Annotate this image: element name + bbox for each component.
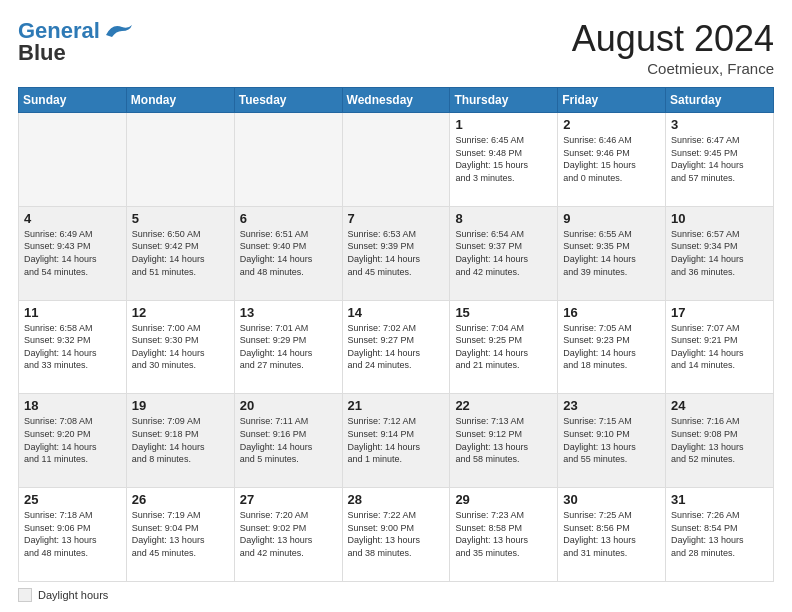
day-number: 5 bbox=[132, 211, 229, 226]
day-number: 28 bbox=[348, 492, 445, 507]
day-info: Sunrise: 7:26 AM Sunset: 8:54 PM Dayligh… bbox=[671, 509, 768, 559]
day-info: Sunrise: 7:15 AM Sunset: 9:10 PM Dayligh… bbox=[563, 415, 660, 465]
day-number: 31 bbox=[671, 492, 768, 507]
day-header-sunday: Sunday bbox=[19, 88, 127, 113]
calendar-cell: 20Sunrise: 7:11 AM Sunset: 9:16 PM Dayli… bbox=[234, 394, 342, 488]
calendar-cell: 31Sunrise: 7:26 AM Sunset: 8:54 PM Dayli… bbox=[666, 488, 774, 582]
calendar-cell: 2Sunrise: 6:46 AM Sunset: 9:46 PM Daylig… bbox=[558, 113, 666, 207]
day-info: Sunrise: 7:25 AM Sunset: 8:56 PM Dayligh… bbox=[563, 509, 660, 559]
day-number: 4 bbox=[24, 211, 121, 226]
calendar-cell: 19Sunrise: 7:09 AM Sunset: 9:18 PM Dayli… bbox=[126, 394, 234, 488]
day-number: 16 bbox=[563, 305, 660, 320]
calendar-cell: 29Sunrise: 7:23 AM Sunset: 8:58 PM Dayli… bbox=[450, 488, 558, 582]
day-info: Sunrise: 7:00 AM Sunset: 9:30 PM Dayligh… bbox=[132, 322, 229, 372]
calendar-cell: 26Sunrise: 7:19 AM Sunset: 9:04 PM Dayli… bbox=[126, 488, 234, 582]
calendar-cell: 25Sunrise: 7:18 AM Sunset: 9:06 PM Dayli… bbox=[19, 488, 127, 582]
day-number: 3 bbox=[671, 117, 768, 132]
day-info: Sunrise: 7:02 AM Sunset: 9:27 PM Dayligh… bbox=[348, 322, 445, 372]
calendar-cell: 6Sunrise: 6:51 AM Sunset: 9:40 PM Daylig… bbox=[234, 206, 342, 300]
calendar-cell: 11Sunrise: 6:58 AM Sunset: 9:32 PM Dayli… bbox=[19, 300, 127, 394]
calendar-week-row: 11Sunrise: 6:58 AM Sunset: 9:32 PM Dayli… bbox=[19, 300, 774, 394]
day-header-saturday: Saturday bbox=[666, 88, 774, 113]
calendar-cell: 24Sunrise: 7:16 AM Sunset: 9:08 PM Dayli… bbox=[666, 394, 774, 488]
day-info: Sunrise: 7:20 AM Sunset: 9:02 PM Dayligh… bbox=[240, 509, 337, 559]
calendar-cell bbox=[126, 113, 234, 207]
day-info: Sunrise: 7:11 AM Sunset: 9:16 PM Dayligh… bbox=[240, 415, 337, 465]
day-number: 18 bbox=[24, 398, 121, 413]
calendar-cell: 1Sunrise: 6:45 AM Sunset: 9:48 PM Daylig… bbox=[450, 113, 558, 207]
calendar-cell: 10Sunrise: 6:57 AM Sunset: 9:34 PM Dayli… bbox=[666, 206, 774, 300]
day-info: Sunrise: 7:04 AM Sunset: 9:25 PM Dayligh… bbox=[455, 322, 552, 372]
calendar-week-row: 18Sunrise: 7:08 AM Sunset: 9:20 PM Dayli… bbox=[19, 394, 774, 488]
day-number: 20 bbox=[240, 398, 337, 413]
calendar-cell: 28Sunrise: 7:22 AM Sunset: 9:00 PM Dayli… bbox=[342, 488, 450, 582]
calendar-table: SundayMondayTuesdayWednesdayThursdayFrid… bbox=[18, 87, 774, 582]
day-info: Sunrise: 6:58 AM Sunset: 9:32 PM Dayligh… bbox=[24, 322, 121, 372]
day-info: Sunrise: 6:55 AM Sunset: 9:35 PM Dayligh… bbox=[563, 228, 660, 278]
day-info: Sunrise: 7:23 AM Sunset: 8:58 PM Dayligh… bbox=[455, 509, 552, 559]
day-info: Sunrise: 7:05 AM Sunset: 9:23 PM Dayligh… bbox=[563, 322, 660, 372]
day-info: Sunrise: 7:18 AM Sunset: 9:06 PM Dayligh… bbox=[24, 509, 121, 559]
day-info: Sunrise: 6:57 AM Sunset: 9:34 PM Dayligh… bbox=[671, 228, 768, 278]
header: General Blue August 2024 Coetmieux, Fran… bbox=[18, 18, 774, 77]
day-info: Sunrise: 7:07 AM Sunset: 9:21 PM Dayligh… bbox=[671, 322, 768, 372]
day-number: 25 bbox=[24, 492, 121, 507]
calendar-cell: 21Sunrise: 7:12 AM Sunset: 9:14 PM Dayli… bbox=[342, 394, 450, 488]
day-number: 14 bbox=[348, 305, 445, 320]
calendar-cell: 12Sunrise: 7:00 AM Sunset: 9:30 PM Dayli… bbox=[126, 300, 234, 394]
day-number: 1 bbox=[455, 117, 552, 132]
day-number: 2 bbox=[563, 117, 660, 132]
logo-subtext: Blue bbox=[18, 40, 66, 66]
day-number: 9 bbox=[563, 211, 660, 226]
calendar-cell: 13Sunrise: 7:01 AM Sunset: 9:29 PM Dayli… bbox=[234, 300, 342, 394]
calendar-week-row: 25Sunrise: 7:18 AM Sunset: 9:06 PM Dayli… bbox=[19, 488, 774, 582]
day-number: 10 bbox=[671, 211, 768, 226]
logo-bird-icon bbox=[102, 21, 134, 41]
day-number: 22 bbox=[455, 398, 552, 413]
calendar-cell: 16Sunrise: 7:05 AM Sunset: 9:23 PM Dayli… bbox=[558, 300, 666, 394]
calendar-cell bbox=[234, 113, 342, 207]
day-info: Sunrise: 7:13 AM Sunset: 9:12 PM Dayligh… bbox=[455, 415, 552, 465]
day-number: 21 bbox=[348, 398, 445, 413]
day-info: Sunrise: 6:45 AM Sunset: 9:48 PM Dayligh… bbox=[455, 134, 552, 184]
calendar-cell: 30Sunrise: 7:25 AM Sunset: 8:56 PM Dayli… bbox=[558, 488, 666, 582]
footer: Daylight hours bbox=[18, 588, 774, 602]
day-info: Sunrise: 6:47 AM Sunset: 9:45 PM Dayligh… bbox=[671, 134, 768, 184]
day-info: Sunrise: 7:09 AM Sunset: 9:18 PM Dayligh… bbox=[132, 415, 229, 465]
day-number: 12 bbox=[132, 305, 229, 320]
calendar-cell: 27Sunrise: 7:20 AM Sunset: 9:02 PM Dayli… bbox=[234, 488, 342, 582]
calendar-cell: 23Sunrise: 7:15 AM Sunset: 9:10 PM Dayli… bbox=[558, 394, 666, 488]
day-header-monday: Monday bbox=[126, 88, 234, 113]
day-info: Sunrise: 7:12 AM Sunset: 9:14 PM Dayligh… bbox=[348, 415, 445, 465]
calendar-cell: 5Sunrise: 6:50 AM Sunset: 9:42 PM Daylig… bbox=[126, 206, 234, 300]
day-info: Sunrise: 7:08 AM Sunset: 9:20 PM Dayligh… bbox=[24, 415, 121, 465]
day-header-thursday: Thursday bbox=[450, 88, 558, 113]
day-header-wednesday: Wednesday bbox=[342, 88, 450, 113]
calendar-week-row: 4Sunrise: 6:49 AM Sunset: 9:43 PM Daylig… bbox=[19, 206, 774, 300]
day-info: Sunrise: 6:49 AM Sunset: 9:43 PM Dayligh… bbox=[24, 228, 121, 278]
calendar-cell: 8Sunrise: 6:54 AM Sunset: 9:37 PM Daylig… bbox=[450, 206, 558, 300]
footer-box bbox=[18, 588, 32, 602]
page: General Blue August 2024 Coetmieux, Fran… bbox=[0, 0, 792, 612]
day-number: 23 bbox=[563, 398, 660, 413]
day-info: Sunrise: 6:54 AM Sunset: 9:37 PM Dayligh… bbox=[455, 228, 552, 278]
footer-label: Daylight hours bbox=[38, 589, 108, 601]
day-info: Sunrise: 6:46 AM Sunset: 9:46 PM Dayligh… bbox=[563, 134, 660, 184]
calendar-cell: 22Sunrise: 7:13 AM Sunset: 9:12 PM Dayli… bbox=[450, 394, 558, 488]
calendar-cell: 3Sunrise: 6:47 AM Sunset: 9:45 PM Daylig… bbox=[666, 113, 774, 207]
calendar-week-row: 1Sunrise: 6:45 AM Sunset: 9:48 PM Daylig… bbox=[19, 113, 774, 207]
day-number: 24 bbox=[671, 398, 768, 413]
day-info: Sunrise: 6:50 AM Sunset: 9:42 PM Dayligh… bbox=[132, 228, 229, 278]
day-number: 29 bbox=[455, 492, 552, 507]
day-info: Sunrise: 7:22 AM Sunset: 9:00 PM Dayligh… bbox=[348, 509, 445, 559]
day-number: 19 bbox=[132, 398, 229, 413]
day-header-friday: Friday bbox=[558, 88, 666, 113]
calendar-header-row: SundayMondayTuesdayWednesdayThursdayFrid… bbox=[19, 88, 774, 113]
day-number: 30 bbox=[563, 492, 660, 507]
calendar-cell: 7Sunrise: 6:53 AM Sunset: 9:39 PM Daylig… bbox=[342, 206, 450, 300]
calendar-cell: 14Sunrise: 7:02 AM Sunset: 9:27 PM Dayli… bbox=[342, 300, 450, 394]
calendar-cell bbox=[19, 113, 127, 207]
day-info: Sunrise: 6:53 AM Sunset: 9:39 PM Dayligh… bbox=[348, 228, 445, 278]
calendar-cell: 15Sunrise: 7:04 AM Sunset: 9:25 PM Dayli… bbox=[450, 300, 558, 394]
calendar-cell: 18Sunrise: 7:08 AM Sunset: 9:20 PM Dayli… bbox=[19, 394, 127, 488]
